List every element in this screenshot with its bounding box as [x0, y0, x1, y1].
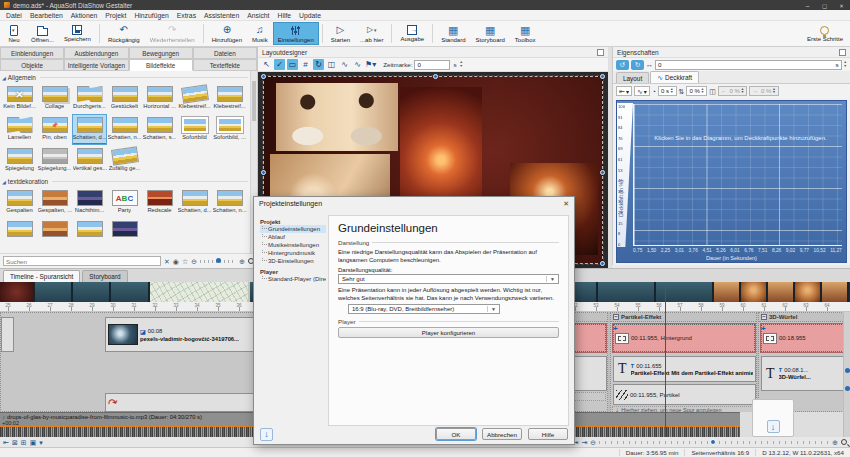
- curve-tool2-icon[interactable]: ∿: [352, 59, 363, 70]
- tree-item-grundeinstellungen[interactable]: Grundeinstellungen: [260, 225, 326, 233]
- quality-select[interactable]: Sehr gut ▼: [338, 274, 559, 284]
- effect-kein-bildef[interactable]: Kein Bildef...: [2, 83, 37, 114]
- search-input[interactable]: [3, 256, 161, 266]
- effect-zufällig-ge[interactable]: Zufällig ge...: [107, 145, 142, 176]
- rotate-tool-icon[interactable]: ↻: [313, 59, 324, 70]
- effect-spiegelung[interactable]: Spiegelung...: [37, 145, 72, 176]
- section-header-textdekoration[interactable]: textdekoration: [2, 176, 248, 187]
- filmstrip-frame[interactable]: [822, 282, 849, 302]
- zeitmarke-spinner[interactable]: ▲▼: [460, 61, 463, 68]
- effect-horizontal[interactable]: Horizontal ...: [142, 83, 177, 114]
- more-options-icon[interactable]: ▾: [39, 439, 43, 446]
- photo-two-women[interactable]: [276, 83, 398, 151]
- hinzufügen-button[interactable]: Hinzufügen: [207, 22, 247, 45]
- effect-pin-oben[interactable]: Pin, oben: [37, 114, 72, 145]
- tree-item-standard-player-directx[interactable]: Standard-Player (DirectX): [260, 275, 326, 283]
- filmstrip-frame[interactable]: [35, 282, 73, 302]
- undock-icon[interactable]: [597, 49, 604, 56]
- timeline-zoom-in-icon[interactable]: ⊕: [832, 439, 838, 446]
- selection-handle[interactable]: [600, 261, 605, 266]
- starten-button[interactable]: Starten: [326, 22, 355, 45]
- tab-ausblendungen[interactable]: Ausblendungen: [64, 47, 128, 59]
- effect-schatten-n[interactable]: Schatten, n...: [107, 114, 142, 145]
- jump-start-icon[interactable]: ⇤: [3, 439, 9, 446]
- curve-tool-icon[interactable]: ∿: [339, 59, 350, 70]
- effect-item[interactable]: [107, 218, 142, 249]
- effect-redscale[interactable]: Redscale: [142, 187, 177, 218]
- tab-texteffekte[interactable]: Texteffekte: [193, 59, 257, 71]
- tab-storyboard[interactable]: Storyboard: [82, 270, 127, 282]
- effect-klebestreif[interactable]: Klebestreif...: [177, 83, 212, 114]
- filmstrip-frame[interactable]: [714, 282, 741, 302]
- filmstrip-frame[interactable]: [150, 282, 250, 302]
- select-tool-icon[interactable]: ✓: [274, 59, 285, 70]
- next-keyframe-icon[interactable]: ↻: [631, 60, 644, 70]
- effect-nachthim[interactable]: Nachthim...: [72, 187, 107, 218]
- opacity-spinner[interactable]: 0 %▲▼: [686, 86, 707, 96]
- storyboard-button[interactable]: Storyboard: [470, 22, 509, 45]
- marker-tool-icon[interactable]: ⚑▾: [365, 59, 376, 70]
- menu-ansicht[interactable]: Ansicht: [243, 11, 273, 20]
- jump-start-button[interactable]: ⇤▾: [616, 86, 632, 96]
- tracks-scrollbar[interactable]: [843, 312, 850, 437]
- effect-sofortbild[interactable]: Sofortbild: [177, 114, 212, 145]
- ok-button[interactable]: OK: [436, 428, 476, 440]
- menu-projekt[interactable]: Projekt: [101, 11, 130, 20]
- minimize-button[interactable]: [803, 2, 812, 9]
- collapse-icon[interactable]: −: [613, 314, 619, 320]
- maximize-button[interactable]: [820, 2, 829, 9]
- selection-handle[interactable]: [600, 170, 605, 175]
- ab-hier-button[interactable]: ...ab hier: [355, 22, 388, 45]
- configure-player-button[interactable]: Player konfigurieren: [338, 327, 559, 338]
- chapter-header[interactable]: −Partikel-Effekt: [611, 313, 756, 322]
- undock-icon[interactable]: [839, 49, 846, 56]
- tab-dateien[interactable]: Dateien: [193, 47, 257, 59]
- time-offset-input[interactable]: 0 s: [655, 60, 842, 70]
- 3d-tool-icon[interactable]: ◫: [326, 59, 337, 70]
- ausgabe-button[interactable]: Ausgabe: [395, 22, 429, 45]
- zeitmarke-input[interactable]: 0: [414, 60, 450, 70]
- tree-item-ablauf[interactable]: Ablauf: [260, 233, 326, 241]
- tab-deckkraft[interactable]: Deckkraft: [650, 71, 699, 83]
- expand-tracks-icon[interactable]: ⊞: [21, 439, 27, 446]
- effect-schatten-s[interactable]: Schatten, s...: [142, 114, 177, 145]
- selection-handle[interactable]: [261, 74, 266, 79]
- show-thumbnails-icon[interactable]: ▣: [30, 439, 37, 446]
- effect-collage[interactable]: Collage: [37, 83, 72, 114]
- filmstrip-frame[interactable]: [768, 282, 795, 302]
- einstellungen-button[interactable]: Einstellungen: [273, 22, 319, 45]
- add-track-icon[interactable]: +: [761, 324, 766, 333]
- tab-bewegungen[interactable]: Bewegungen: [129, 47, 193, 59]
- tab-timeline-spuransicht[interactable]: Timeline - Spuransicht: [3, 270, 80, 282]
- effect-spiegelung[interactable]: Spiegelung: [2, 145, 37, 176]
- timeline-zoom-slider[interactable]: [599, 441, 829, 444]
- flat-view-icon[interactable]: ▭: [287, 59, 298, 70]
- erste-schritte-button[interactable]: Erste Schritte: [802, 22, 848, 45]
- filmstrip-frame[interactable]: [795, 282, 822, 302]
- filmstrip-frame[interactable]: [0, 282, 35, 302]
- menu-assistenten[interactable]: Assistenten: [200, 11, 243, 20]
- thumbnail-size-slider[interactable]: [200, 260, 236, 263]
- particle-item[interactable]: 00:11.955, Partikel: [613, 384, 756, 405]
- scroll-down-icon[interactable]: ↓: [767, 420, 780, 433]
- text-item[interactable]: TT00:11.655Partikel-Effekt Mit dem Parti…: [613, 356, 756, 382]
- zoom-in-icon[interactable]: ⊕: [239, 258, 245, 265]
- filmstrip-frame[interactable]: [73, 282, 111, 302]
- effect-item[interactable]: [37, 218, 72, 249]
- filmstrip-frame[interactable]: [111, 282, 150, 302]
- effect-schatten-d[interactable]: Schatten, d...: [72, 114, 107, 145]
- wiederherstellen-button[interactable]: Wiederherstellen: [145, 22, 200, 45]
- star-icon[interactable]: ☆: [182, 258, 188, 265]
- filmstrip-frame[interactable]: [741, 282, 768, 302]
- curve-type-button[interactable]: ∿▾: [634, 86, 650, 96]
- menu-hilfe[interactable]: Hilfe: [273, 11, 295, 20]
- effect-lamellen[interactable]: Lamellen: [2, 114, 37, 145]
- duration-spinner[interactable]: 0 s▲▼: [658, 86, 676, 96]
- effect-item[interactable]: [2, 218, 37, 249]
- menu-bearbeiten[interactable]: Bearbeiten: [26, 11, 67, 20]
- effect-schatten-d[interactable]: Schatten, d...: [177, 187, 212, 218]
- neu-button[interactable]: Neu: [2, 22, 26, 45]
- section-header-allgemein[interactable]: Allgemein: [2, 72, 248, 83]
- dialog-collapse-icon[interactable]: ↓: [260, 428, 273, 441]
- text-item[interactable]: TT00:08.1...3D-Würfel...: [761, 356, 843, 391]
